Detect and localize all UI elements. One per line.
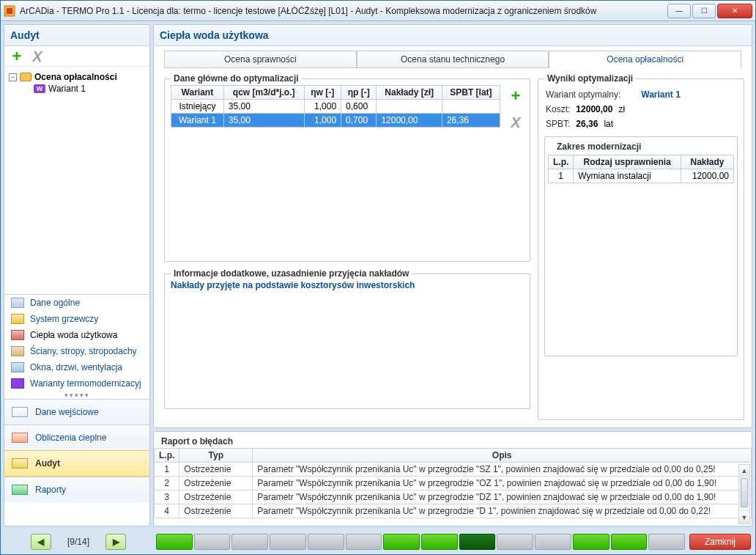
calc-icon	[12, 433, 28, 443]
progress-bar[interactable]	[156, 534, 685, 550]
nav-dane-ogolne[interactable]: Dane ogólne	[4, 295, 149, 311]
nav-label: Warianty termomodernizacyj	[30, 378, 141, 389]
cell: 0,600	[341, 100, 377, 114]
tab-ocena-stanu[interactable]: Ocena stanu technicznego	[357, 51, 549, 68]
progress-seg	[535, 534, 571, 550]
nav-label: Ściany, stropy, stropodachy	[30, 346, 137, 356]
tree-root[interactable]: Ocena opłacalności	[34, 72, 117, 82]
error-table[interactable]: L.p. Typ Opis 1OstrzeżenieParametr "Wspó…	[154, 448, 752, 518]
tree-delete-button[interactable]: X	[29, 48, 45, 65]
progress-seg	[156, 534, 193, 550]
left-panel-title: Audyt	[4, 25, 149, 46]
scroll-thumb[interactable]	[741, 478, 748, 507]
titlebar[interactable]: ArCADia - TERMO Pro 1.1 - Licencja dla: …	[1, 1, 755, 21]
tree-view[interactable]: − Ocena opłacalności W Wariant 1	[4, 67, 149, 294]
section-audyt[interactable]: Audyt	[4, 450, 149, 477]
scroll-up-icon[interactable]: ▲	[739, 465, 749, 477]
scope-col-rodzaj[interactable]: Rodzaj usprawnienia	[574, 155, 681, 169]
col-wariant[interactable]: Wariant	[171, 86, 224, 100]
section-label: Audyt	[35, 458, 60, 468]
cell: Ostrzeżenie	[179, 504, 253, 518]
grid-add-button[interactable]: +	[508, 88, 524, 104]
cell: 1,000	[304, 114, 341, 128]
table-row[interactable]: Istniejący 35,00 1,000 0,600	[171, 100, 500, 114]
page-indicator: [9/14]	[60, 537, 97, 547]
main-title: Ciepła woda użytkowa	[154, 25, 752, 46]
folder-icon	[20, 73, 32, 81]
nav-ceipla-woda[interactable]: Ciepła woda użytkowa	[4, 327, 149, 343]
spbt-label: SPBT:	[546, 119, 570, 129]
opt-data-group: Dane główne do optymalizacji Wariant qcw…	[164, 78, 530, 262]
nav-okna[interactable]: Okna, drzwi, wentylacja	[4, 359, 149, 375]
table-row[interactable]: 1OstrzeżenieParametr "Współczynnik przen…	[155, 463, 752, 477]
nav-warianty[interactable]: Warianty termomodernizacyj	[4, 375, 149, 392]
table-row[interactable]: 2OstrzeżenieParametr "Współczynnik przen…	[155, 477, 752, 490]
error-scrollbar[interactable]: ▲ ▼	[738, 464, 750, 524]
section-raporty[interactable]: Raporty	[4, 477, 149, 502]
error-report-title: Raport o błędach	[154, 432, 752, 448]
nav-system-grzewczy[interactable]: System grzewczy	[4, 311, 149, 327]
scope-grid[interactable]: L.p. Rodzaj usprawnienia Nakłady 1 Wymia…	[548, 155, 734, 183]
tree-collapse-icon[interactable]: −	[9, 73, 17, 81]
cell: Istniejący	[171, 100, 224, 114]
info-link[interactable]: Nakłady przyjęte na podstawie kosztorysó…	[171, 280, 524, 290]
table-row[interactable]: 4OstrzeżenieParametr "Współczynnik przen…	[155, 504, 752, 518]
cell: Wariant 1	[171, 114, 224, 128]
cell: 1,000	[304, 100, 341, 114]
progress-seg	[421, 534, 458, 550]
cell: 1	[549, 169, 574, 183]
next-page-button[interactable]: ▶	[105, 534, 126, 550]
col-naklady[interactable]: Nakłady [zł]	[377, 86, 442, 100]
chevron-right-icon: ▶	[113, 537, 119, 547]
table-row-selected[interactable]: Wariant 1 35,00 1,000 0,700 12000,00 26,…	[171, 114, 500, 128]
err-col-opis[interactable]: Opis	[253, 449, 752, 463]
progress-seg	[497, 534, 533, 550]
tab-ocena-sprawnosci[interactable]: Ocena sprawności	[164, 51, 357, 68]
col-nw[interactable]: ηw [-]	[304, 86, 341, 100]
cell	[442, 100, 500, 114]
section-label: Obliczenia cieplne	[35, 433, 106, 443]
svg-rect-1	[7, 8, 12, 14]
progress-seg	[648, 534, 685, 550]
left-panel: Audyt + X − Ocena opłacalności W Wariant…	[4, 24, 150, 526]
progress-seg	[383, 534, 420, 550]
err-col-typ[interactable]: Typ	[179, 449, 253, 463]
scope-col-naklady[interactable]: Nakłady	[681, 155, 734, 169]
minimize-button[interactable]: —	[667, 4, 691, 18]
nav-sciany[interactable]: Ściany, stropy, stropodachy	[4, 343, 149, 359]
table-row[interactable]: 3OstrzeżenieParametr "Współczynnik przen…	[155, 490, 752, 504]
cell: 35,00	[223, 114, 304, 128]
maximize-button[interactable]: ☐	[692, 4, 716, 18]
tab-ocena-oplacalnosci[interactable]: Ocena opłacalności	[549, 51, 741, 68]
section-dane-wejsciowe[interactable]: Dane wejściowe	[4, 399, 149, 424]
progress-seg-current	[459, 534, 496, 550]
tabs: Ocena sprawności Ocena stanu techniczneg…	[154, 46, 752, 68]
tree-add-button[interactable]: +	[9, 48, 25, 65]
variants-grid[interactable]: Wariant qcw [m3/d*j.o.] ηw [-] ηp [-] Na…	[171, 85, 500, 128]
tree-child[interactable]: Wariant 1	[48, 84, 86, 94]
prev-page-button[interactable]: ◀	[31, 534, 51, 550]
section-label: Raporty	[35, 485, 66, 495]
window-close-button[interactable]: ✕	[717, 4, 752, 18]
scope-col-lp[interactable]: L.p.	[549, 155, 574, 169]
scroll-down-icon[interactable]: ▼	[739, 512, 749, 523]
info-extra-group: Informacje dodatkowe, uzasadnienie przyj…	[164, 273, 530, 409]
optimal-variant-link[interactable]: Wariant 1	[641, 89, 681, 100]
col-spbt[interactable]: SPBT [lat]	[442, 86, 500, 100]
cell: Ostrzeżenie	[179, 477, 253, 490]
nav-label: Dane ogólne	[30, 298, 80, 308]
cell: 35,00	[223, 100, 304, 114]
table-row[interactable]: 1 Wymiana instalacji 12000,00	[549, 169, 734, 183]
cell: Parametr "Współczynnik przenikania Uc" w…	[253, 463, 752, 477]
grid-delete-button[interactable]: X	[508, 114, 524, 131]
spbt-unit: lat	[604, 119, 613, 129]
close-button[interactable]: Zamknij	[689, 534, 751, 550]
col-qcw[interactable]: qcw [m3/d*j.o.]	[223, 86, 304, 100]
err-col-lp[interactable]: L.p.	[155, 449, 179, 463]
cost-value: 12000,00	[576, 104, 612, 114]
audit-icon	[12, 458, 28, 468]
col-np[interactable]: ηp [-]	[341, 86, 377, 100]
cell: 3	[155, 490, 179, 504]
window-icon	[11, 362, 24, 372]
section-obliczenia[interactable]: Obliczenia cieplne	[4, 424, 149, 450]
